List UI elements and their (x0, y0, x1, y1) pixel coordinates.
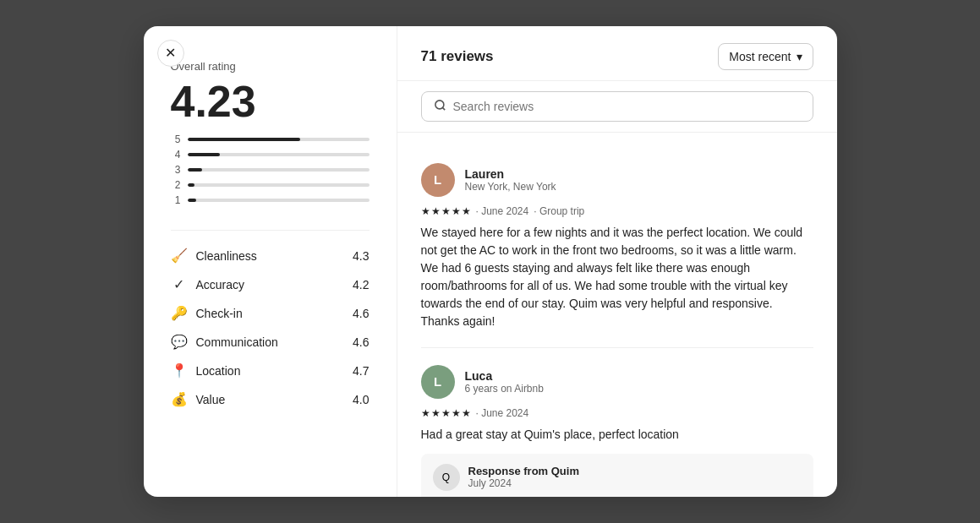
response-header: Q Response from Quim July 2024 (433, 464, 802, 491)
bar-fill (188, 138, 300, 141)
category-score: 4.6 (353, 307, 369, 320)
star-bar-label: 5 (171, 133, 181, 145)
star-icon: ★ (421, 205, 430, 217)
avatar: L (421, 365, 455, 399)
star-icon: ★ (452, 205, 461, 217)
reviewer-info: Luca 6 years on Airbnb (465, 369, 544, 395)
search-bar (397, 81, 837, 133)
left-panel: Overall rating 4.23 5 4 3 2 1 (144, 26, 397, 497)
category-score: 4.7 (353, 364, 369, 378)
category-item: ✓ Accuracy 4.2 (171, 276, 370, 293)
category-left: ✓ Accuracy (171, 276, 245, 293)
reviewer-name: Lauren (465, 167, 556, 181)
stars-row: ★★★★★ (421, 205, 471, 217)
close-button[interactable]: ✕ (157, 40, 184, 67)
response-date: July 2024 (468, 477, 579, 489)
review-meta-row: ★★★★★ · June 2024 · Group trip (421, 205, 813, 217)
sort-label: Most recent (729, 50, 791, 63)
review-text: We stayed here for a few nights and it w… (421, 224, 813, 330)
star-bar-row: 5 (171, 133, 370, 145)
category-left: 💬 Communication (171, 334, 278, 351)
category-left: 🔑 Check-in (171, 305, 243, 322)
category-name: Accuracy (196, 278, 245, 291)
reviews-count: 71 reviews (421, 48, 494, 65)
modal-overlay[interactable]: ✕ Overall rating 4.23 5 4 3 2 1 (0, 0, 980, 523)
category-name: Value (196, 393, 226, 406)
overall-label: Overall rating (171, 60, 370, 73)
star-bar-row: 1 (171, 194, 370, 206)
category-item: 💬 Communication 4.6 (171, 334, 370, 351)
star-icon: ★ (462, 205, 471, 217)
stars-row: ★★★★★ (421, 407, 471, 419)
search-input[interactable] (453, 100, 801, 113)
search-input-wrap (421, 91, 813, 122)
reviews-list: L Lauren New York, New York ★★★★★ · June… (397, 133, 837, 497)
review-date: · June 2024 (476, 205, 529, 217)
category-name: Location (196, 364, 241, 378)
category-item: 📍 Location 4.7 (171, 362, 370, 379)
category-name: Check-in (196, 307, 243, 320)
category-icon: ✓ (171, 276, 188, 293)
category-score: 4.3 (353, 249, 369, 263)
star-icon: ★ (441, 205, 451, 217)
review-meta-row: ★★★★★ · June 2024 (421, 407, 813, 419)
sort-dropdown[interactable]: Most recent ▾ (718, 43, 813, 70)
svg-point-0 (435, 101, 443, 109)
reviewer-meta: New York, New York (465, 181, 556, 193)
star-icon: ★ (431, 205, 441, 217)
bar-fill (188, 183, 195, 187)
category-name: Communication (196, 335, 278, 349)
star-bar-row: 2 (171, 179, 370, 191)
big-rating: 4.23 (171, 79, 370, 123)
bar-track (188, 183, 370, 187)
bar-track (188, 153, 370, 156)
category-left: 💰 Value (171, 391, 226, 408)
category-score: 4.2 (353, 278, 369, 291)
reviewer-header: L Lauren New York, New York (421, 163, 813, 197)
star-icon: ★ (441, 407, 451, 419)
search-icon (434, 99, 446, 114)
reviewer-name: Luca (465, 369, 544, 383)
bar-fill (188, 153, 221, 156)
reviews-modal: ✕ Overall rating 4.23 5 4 3 2 1 (144, 26, 837, 497)
star-icon: ★ (462, 407, 471, 419)
response-host-name: Response from Quim (468, 465, 579, 477)
bar-track (188, 138, 370, 141)
star-icon: ★ (431, 407, 441, 419)
svg-line-1 (442, 107, 445, 110)
star-bar-label: 3 (171, 164, 181, 176)
trip-type: · Group trip (534, 205, 584, 217)
response-block: Q Response from Quim July 2024 I'm so gl… (421, 454, 813, 497)
category-list: 🧹 Cleanliness 4.3 ✓ Accuracy 4.2 🔑 Check… (171, 248, 370, 408)
review-item: L Luca 6 years on Airbnb ★★★★★ · June 20… (421, 348, 813, 497)
divider (171, 230, 370, 231)
reviewer-info: Lauren New York, New York (465, 167, 556, 193)
category-item: 🔑 Check-in 4.6 (171, 305, 370, 322)
category-name: Cleanliness (196, 249, 257, 263)
right-panel: 71 reviews Most recent ▾ (397, 26, 837, 497)
review-text: Had a great stay at Quim's place, perfec… (421, 426, 813, 444)
category-score: 4.6 (353, 335, 369, 349)
reviewer-header: L Luca 6 years on Airbnb (421, 365, 813, 399)
star-bar-label: 2 (171, 179, 181, 191)
star-bar-label: 4 (171, 149, 181, 161)
avatar: L (421, 163, 455, 197)
modal-body: Overall rating 4.23 5 4 3 2 1 (144, 26, 837, 497)
category-item: 🧹 Cleanliness 4.3 (171, 248, 370, 264)
category-icon: 🧹 (171, 248, 188, 264)
category-score: 4.0 (353, 393, 369, 406)
chevron-down-icon: ▾ (797, 50, 802, 63)
host-avatar: Q (433, 464, 460, 491)
category-item: 💰 Value 4.0 (171, 391, 370, 408)
review-date: · June 2024 (476, 407, 529, 419)
category-left: 📍 Location (171, 362, 241, 379)
star-icon: ★ (421, 407, 430, 419)
review-item: L Lauren New York, New York ★★★★★ · June… (421, 146, 813, 348)
bar-track (188, 199, 370, 202)
reviews-header: 71 reviews Most recent ▾ (397, 26, 837, 81)
category-left: 🧹 Cleanliness (171, 248, 257, 264)
category-icon: 🔑 (171, 305, 188, 322)
reviewer-meta: 6 years on Airbnb (465, 383, 544, 395)
star-bar-label: 1 (171, 194, 181, 206)
star-bar-row: 4 (171, 149, 370, 161)
